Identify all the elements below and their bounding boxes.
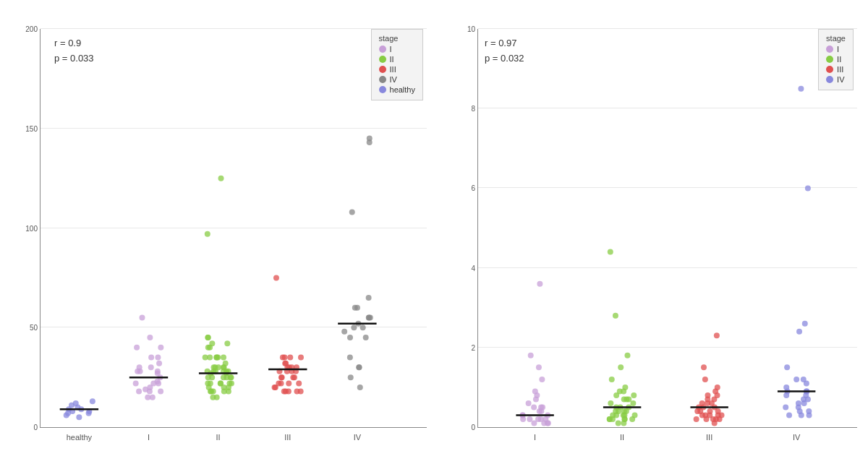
svg-point-112	[272, 384, 278, 390]
svg-point-85	[224, 340, 230, 346]
svg-point-132	[348, 374, 354, 380]
svg-point-10	[86, 411, 92, 416]
svg-point-184	[609, 377, 615, 382]
panel-b-chart: 0 2 4 6 8 10 I II III IV	[477, 29, 857, 428]
svg-point-29	[145, 395, 150, 400]
x-tick-II-a: II	[216, 433, 221, 442]
svg-point-236	[798, 86, 804, 92]
svg-point-202	[610, 412, 616, 418]
svg-point-231	[715, 412, 721, 418]
svg-point-70	[221, 384, 226, 390]
svg-point-90	[286, 380, 292, 386]
svg-point-166	[540, 404, 545, 410]
svg-point-196	[629, 416, 635, 422]
y-tick-0-b: 0	[471, 424, 478, 431]
svg-point-165	[535, 416, 541, 422]
svg-point-122	[347, 355, 353, 361]
svg-point-88	[205, 374, 211, 380]
svg-point-64	[205, 345, 211, 351]
x-tick-III-a: III	[284, 433, 291, 442]
svg-point-126	[347, 335, 353, 340]
svg-point-24	[140, 314, 145, 320]
svg-point-105	[294, 388, 300, 394]
svg-point-37	[148, 364, 154, 370]
svg-point-35	[150, 380, 156, 386]
svg-point-151	[536, 364, 542, 370]
x-tick-III-b: III	[706, 433, 712, 442]
svg-point-127	[366, 295, 372, 301]
panel-a-chart: 0 50 100 150 200 healthy I II III IV	[40, 29, 427, 428]
svg-point-87	[206, 384, 212, 390]
svg-point-150	[527, 416, 532, 422]
main-container: stage I II III IV healthy	[0, 0, 868, 464]
x-tick-IV-b: IV	[793, 433, 800, 442]
y-tick-6-b: 6	[471, 184, 478, 192]
svg-point-116	[278, 380, 284, 386]
panel-a: stage I II III IV healthy	[0, 0, 438, 464]
svg-point-84	[221, 355, 226, 361]
svg-point-208	[714, 332, 720, 338]
svg-point-15	[148, 355, 154, 361]
y-tick-200-a: 200	[25, 25, 41, 33]
y-tick-100-a: 100	[25, 224, 41, 232]
svg-point-195	[630, 400, 636, 406]
svg-point-108	[280, 355, 286, 361]
svg-point-242	[784, 364, 790, 370]
svg-point-230	[694, 408, 700, 414]
svg-point-33	[155, 369, 161, 374]
x-tick-I-a: I	[148, 433, 150, 442]
svg-point-241	[805, 185, 811, 191]
svg-point-137	[360, 325, 366, 330]
svg-point-71	[210, 395, 216, 400]
svg-point-106	[296, 380, 302, 386]
dots-svg-b	[478, 29, 857, 427]
svg-point-114	[281, 388, 287, 394]
svg-point-163	[545, 420, 551, 426]
svg-point-232	[699, 400, 705, 406]
svg-point-145	[531, 404, 537, 410]
svg-point-168	[608, 249, 613, 255]
svg-point-211	[701, 364, 707, 370]
svg-point-97	[273, 275, 279, 280]
panel-b: stage I II III IV r = 0.97p = 0.032	[438, 0, 868, 464]
svg-point-253	[783, 404, 788, 410]
svg-point-182	[608, 400, 613, 406]
y-tick-4-b: 4	[471, 264, 478, 272]
svg-point-139	[349, 209, 355, 215]
svg-point-206	[702, 377, 708, 382]
y-tick-2-b: 2	[471, 343, 478, 351]
svg-point-140	[356, 364, 362, 370]
svg-point-198	[624, 408, 629, 414]
svg-point-131	[341, 329, 347, 335]
svg-point-81	[221, 364, 226, 370]
svg-point-82	[226, 388, 231, 394]
svg-point-255	[805, 396, 811, 402]
y-tick-0-a: 0	[33, 424, 41, 431]
svg-point-117	[287, 355, 293, 361]
x-tick-IV-a: IV	[354, 433, 361, 442]
svg-point-134	[354, 305, 360, 311]
svg-point-18	[158, 345, 163, 351]
svg-point-176	[616, 420, 621, 426]
x-tick-healthy-a: healthy	[67, 433, 92, 442]
svg-point-123	[351, 325, 357, 330]
svg-point-78	[215, 355, 221, 361]
svg-point-186	[613, 392, 619, 398]
svg-point-67	[226, 380, 232, 386]
svg-point-247	[783, 384, 789, 390]
svg-point-200	[621, 416, 627, 422]
svg-point-59	[207, 355, 213, 361]
svg-point-9	[90, 398, 95, 404]
svg-point-220	[715, 384, 720, 390]
svg-point-248	[786, 412, 792, 418]
svg-point-228	[694, 416, 699, 422]
svg-point-156	[532, 388, 538, 394]
y-tick-8-b: 8	[471, 105, 478, 113]
svg-point-5	[64, 412, 69, 418]
svg-point-121	[357, 384, 363, 390]
svg-point-36	[142, 387, 148, 392]
svg-point-25	[158, 388, 163, 394]
svg-point-239	[793, 377, 799, 382]
svg-point-138	[363, 335, 369, 340]
svg-point-11	[76, 414, 82, 420]
